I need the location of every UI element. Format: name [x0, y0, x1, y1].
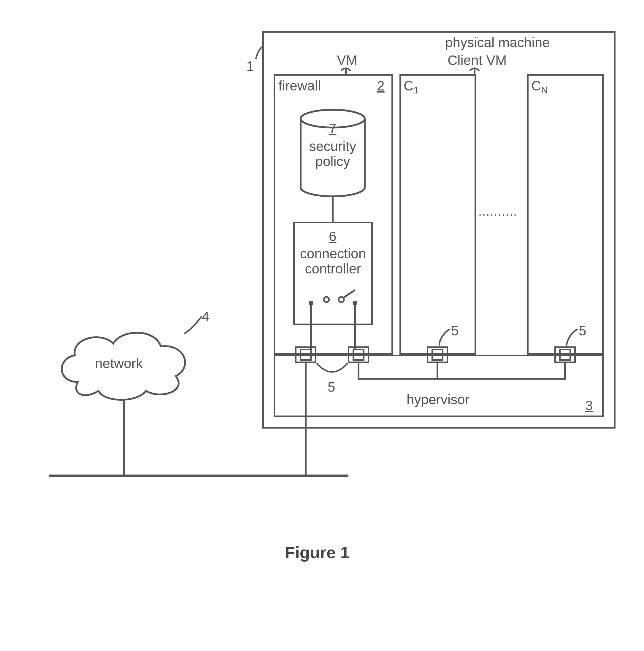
ref-6: 6	[329, 228, 336, 244]
c1-sub: 1	[413, 85, 419, 95]
cn-pre: C	[531, 78, 541, 93]
ground-bus	[49, 474, 348, 477]
nic-cn	[554, 346, 576, 363]
hypervisor-label: hypervisor	[407, 392, 469, 407]
c1-pre: C	[404, 78, 413, 93]
figure-caption: Figure 1	[285, 543, 350, 562]
security-policy-l2: policy	[315, 154, 350, 169]
clientvm-hook	[469, 67, 479, 71]
cc-l1: connection	[300, 246, 366, 261]
ellipsis-dots: ··········	[478, 208, 517, 221]
vm-label: VM	[337, 52, 357, 68]
ref-5b: 5	[451, 323, 459, 339]
bus-fint-down	[358, 363, 359, 380]
svg-point-4	[339, 297, 344, 302]
nic-firewall-ext	[295, 346, 316, 363]
svg-line-5	[343, 290, 355, 298]
switch-icon	[306, 288, 360, 308]
ref-4: 4	[202, 308, 209, 324]
leader-5c	[566, 329, 578, 346]
bus-horizontal	[358, 378, 566, 380]
security-policy-l1: security	[309, 138, 356, 154]
bus-c1-up	[437, 363, 438, 380]
client-vm-label: Client VM	[447, 52, 506, 68]
leader-5b	[439, 329, 450, 346]
cc-l2: controller	[305, 261, 361, 276]
client-vm-c1-box	[400, 74, 476, 355]
ref-3: 3	[585, 397, 593, 413]
security-policy-label: security policy	[298, 139, 367, 169]
sw-left-down	[310, 304, 312, 349]
network-stem	[123, 399, 125, 476]
ref-5a: 5	[328, 379, 335, 395]
ref-1: 1	[246, 58, 254, 74]
leader-4	[184, 316, 202, 334]
bus-cn-up	[564, 363, 566, 380]
policy-to-controller-wire	[332, 196, 333, 222]
nic-c1	[427, 346, 448, 363]
cn-label: CN	[531, 78, 548, 96]
network-label: network	[95, 355, 143, 371]
sw-right-down	[354, 304, 356, 349]
leader-1	[253, 46, 264, 59]
svg-point-3	[324, 297, 329, 302]
physical-machine-label: physical machine	[445, 34, 550, 51]
c1-label: C1	[404, 78, 419, 96]
diagram-stage: physical machine 1 VM Client VM hypervis…	[0, 0, 644, 651]
firewall-label: firewall	[279, 78, 321, 94]
nic-firewall-int	[348, 346, 369, 363]
ref-2: 2	[377, 78, 385, 94]
cn-sub: N	[541, 85, 548, 95]
ext-wire-vert	[305, 363, 306, 476]
ref-5c: 5	[579, 323, 586, 339]
client-vm-cn-box	[527, 74, 604, 355]
connection-controller-label: connection controller	[293, 246, 373, 276]
ref-7: 7	[329, 120, 336, 136]
vm-hook	[341, 67, 351, 71]
leader-5a	[316, 363, 348, 377]
